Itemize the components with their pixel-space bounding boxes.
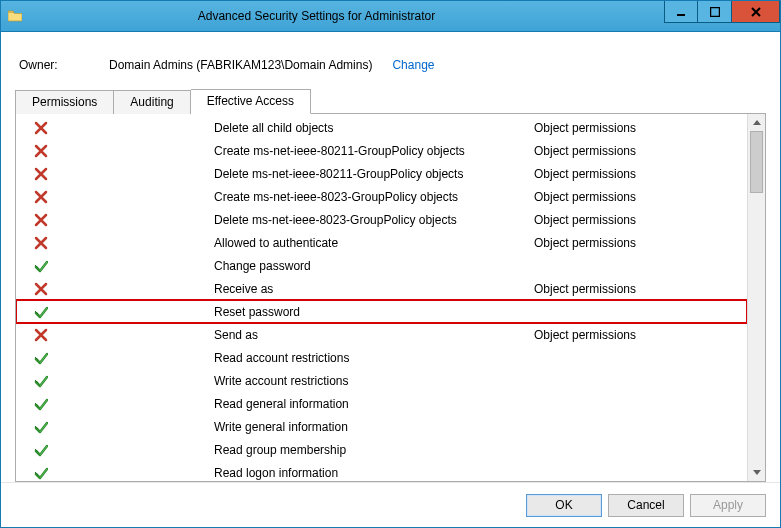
access-limited-by: Object permissions bbox=[534, 282, 747, 296]
permission-row[interactable]: Write general information bbox=[16, 415, 747, 438]
permissions-list: Delete all child objectsObject permissio… bbox=[15, 114, 766, 482]
client-area: Owner: Domain Admins (FABRIKAM123\Domain… bbox=[1, 32, 780, 482]
permission-name: Delete ms-net-ieee-8023-GroupPolicy obje… bbox=[214, 213, 534, 227]
titlebar: Advanced Security Settings for Administr… bbox=[1, 1, 780, 32]
permission-name: Receive as bbox=[214, 282, 534, 296]
deny-icon bbox=[34, 121, 214, 135]
tab-effective-access[interactable]: Effective Access bbox=[191, 89, 311, 114]
tab-auditing[interactable]: Auditing bbox=[114, 90, 190, 114]
deny-icon bbox=[34, 144, 214, 158]
deny-icon bbox=[34, 282, 214, 296]
access-limited-by: Object permissions bbox=[534, 236, 747, 250]
permission-row[interactable]: Read account restrictions bbox=[16, 346, 747, 369]
access-limited-by: Object permissions bbox=[534, 121, 747, 135]
permission-row[interactable]: Send asObject permissions bbox=[16, 323, 747, 346]
change-owner-link[interactable]: Change bbox=[392, 58, 434, 72]
allow-icon bbox=[34, 397, 214, 411]
maximize-button[interactable] bbox=[698, 1, 732, 23]
permission-name: Change password bbox=[214, 259, 534, 273]
permission-name: Write general information bbox=[214, 420, 534, 434]
scroll-thumb[interactable] bbox=[750, 131, 763, 193]
svg-rect-1 bbox=[710, 7, 719, 16]
permission-row[interactable]: Delete all child objectsObject permissio… bbox=[16, 116, 747, 139]
permission-row[interactable]: Reset password bbox=[16, 300, 747, 323]
access-limited-by: Object permissions bbox=[534, 167, 747, 181]
permission-row[interactable]: Read logon information bbox=[16, 461, 747, 481]
access-limited-by: Object permissions bbox=[534, 328, 747, 342]
permission-name: Delete ms-net-ieee-80211-GroupPolicy obj… bbox=[214, 167, 534, 181]
allow-icon bbox=[34, 466, 214, 480]
tab-permissions[interactable]: Permissions bbox=[15, 90, 114, 114]
deny-icon bbox=[34, 328, 214, 342]
security-settings-window: Advanced Security Settings for Administr… bbox=[0, 0, 781, 528]
access-limited-by: Object permissions bbox=[534, 144, 747, 158]
permission-name: Allowed to authenticate bbox=[214, 236, 534, 250]
permission-row[interactable]: Create ms-net-ieee-80211-GroupPolicy obj… bbox=[16, 139, 747, 162]
access-limited-by: Object permissions bbox=[534, 213, 747, 227]
owner-row: Owner: Domain Admins (FABRIKAM123\Domain… bbox=[19, 58, 762, 72]
permission-name: Write account restrictions bbox=[214, 374, 534, 388]
folder-icon bbox=[7, 8, 23, 24]
owner-label: Owner: bbox=[19, 58, 99, 72]
access-limited-by: Object permissions bbox=[534, 190, 747, 204]
apply-button[interactable]: Apply bbox=[690, 494, 766, 517]
ok-button[interactable]: OK bbox=[526, 494, 602, 517]
permission-row[interactable]: Read general information bbox=[16, 392, 747, 415]
permission-row[interactable]: Create ms-net-ieee-8023-GroupPolicy obje… bbox=[16, 185, 747, 208]
allow-icon bbox=[34, 351, 214, 365]
window-controls bbox=[664, 1, 780, 31]
permission-name: Create ms-net-ieee-8023-GroupPolicy obje… bbox=[214, 190, 534, 204]
permissions-list-rows: Delete all child objectsObject permissio… bbox=[16, 114, 747, 481]
allow-icon bbox=[34, 259, 214, 273]
permission-name: Read account restrictions bbox=[214, 351, 534, 365]
owner-value: Domain Admins (FABRIKAM123\Domain Admins… bbox=[109, 58, 372, 72]
permission-row[interactable]: Change password bbox=[16, 254, 747, 277]
permission-row[interactable]: Write account restrictions bbox=[16, 369, 747, 392]
vertical-scrollbar[interactable] bbox=[747, 114, 765, 481]
permission-row[interactable]: Receive asObject permissions bbox=[16, 277, 747, 300]
permission-row[interactable]: Delete ms-net-ieee-8023-GroupPolicy obje… bbox=[16, 208, 747, 231]
permission-name: Create ms-net-ieee-80211-GroupPolicy obj… bbox=[214, 144, 534, 158]
cancel-button[interactable]: Cancel bbox=[608, 494, 684, 517]
permission-row[interactable]: Read group membership bbox=[16, 438, 747, 461]
tabs: Permissions Auditing Effective Access bbox=[15, 88, 766, 114]
svg-rect-0 bbox=[677, 14, 685, 16]
deny-icon bbox=[34, 213, 214, 227]
permission-name: Read general information bbox=[214, 397, 534, 411]
scroll-down-button[interactable] bbox=[748, 464, 765, 481]
allow-icon bbox=[34, 420, 214, 434]
allow-icon bbox=[34, 305, 214, 319]
deny-icon bbox=[34, 190, 214, 204]
deny-icon bbox=[34, 167, 214, 181]
allow-icon bbox=[34, 443, 214, 457]
permission-name: Delete all child objects bbox=[214, 121, 534, 135]
scroll-up-button[interactable] bbox=[748, 114, 765, 131]
deny-icon bbox=[34, 236, 214, 250]
close-button[interactable] bbox=[732, 1, 780, 23]
minimize-button[interactable] bbox=[664, 1, 698, 23]
permission-name: Reset password bbox=[214, 305, 534, 319]
permission-name: Read group membership bbox=[214, 443, 534, 457]
dialog-button-row: OK Cancel Apply bbox=[1, 482, 780, 527]
permission-row[interactable]: Allowed to authenticateObject permission… bbox=[16, 231, 747, 254]
scroll-track[interactable] bbox=[748, 131, 765, 464]
window-title: Advanced Security Settings for Administr… bbox=[29, 9, 664, 23]
permission-name: Send as bbox=[214, 328, 534, 342]
allow-icon bbox=[34, 374, 214, 388]
permission-row[interactable]: Delete ms-net-ieee-80211-GroupPolicy obj… bbox=[16, 162, 747, 185]
permission-name: Read logon information bbox=[214, 466, 534, 480]
